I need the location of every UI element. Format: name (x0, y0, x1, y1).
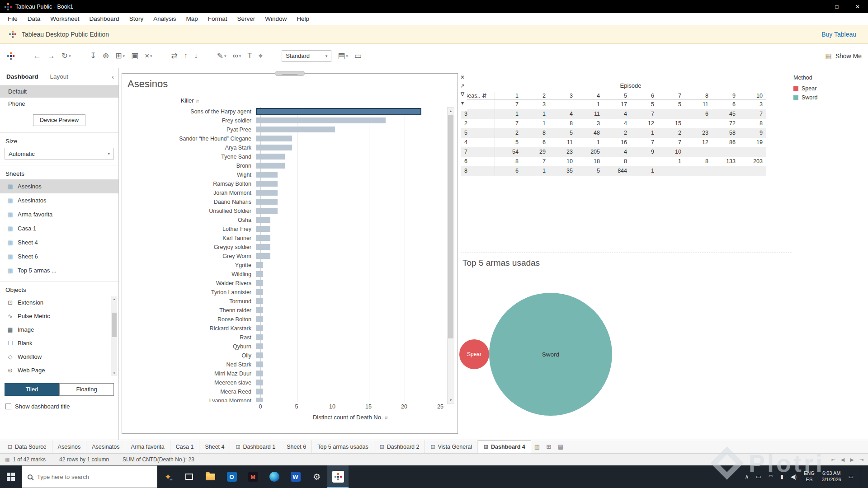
scroll-thumb[interactable] (448, 115, 453, 338)
table-cell[interactable]: 4 (604, 147, 631, 157)
bubble-sword[interactable]: Sword (489, 293, 612, 416)
next-tab-icon[interactable]: ▶ (850, 457, 854, 463)
bar-mark[interactable] (256, 244, 270, 250)
bar-row[interactable]: Tyrion Lannister (122, 288, 440, 297)
scroll-up-icon[interactable]: ▴ (111, 296, 117, 302)
table-cell[interactable]: 11 (576, 109, 604, 119)
sort-ascending-button[interactable]: ↑ (184, 52, 188, 61)
sort-icon[interactable]: ⇵ (385, 416, 388, 420)
menu-help[interactable]: Help (292, 13, 314, 25)
bar-mark[interactable] (256, 127, 335, 132)
collapse-pane-icon[interactable]: ‹ (112, 73, 114, 80)
table-cell[interactable]: 1 (631, 128, 658, 138)
menu-format[interactable]: Format (203, 13, 232, 25)
bar-row[interactable]: Grey Worm (122, 252, 440, 261)
table-cell[interactable]: 205 (576, 147, 604, 157)
menu-story[interactable]: Story (124, 13, 149, 25)
table-cell[interactable]: 11 (549, 138, 576, 147)
tab-dashboard-4[interactable]: ⊞Dashboard 4 (478, 440, 531, 453)
hidden-icons-chevron-icon[interactable]: ∧ (745, 474, 749, 480)
presentation-mode-button[interactable]: ▭ (354, 51, 362, 61)
bar-mark[interactable] (256, 136, 292, 141)
table-cell[interactable] (658, 166, 685, 176)
taskbar-search[interactable] (22, 465, 157, 488)
tab-layout[interactable]: Layout (50, 73, 69, 80)
table-cell[interactable]: 10 (549, 157, 576, 166)
episode-column-header[interactable]: 2 (522, 92, 549, 100)
table-cell[interactable]: 6 (712, 100, 739, 109)
device-default-row[interactable]: Default (0, 85, 118, 98)
object-item-blank[interactable]: ☐Blank (0, 336, 118, 350)
bar-mark[interactable] (256, 117, 386, 123)
table-cell[interactable] (712, 147, 739, 157)
table-cell[interactable]: 11 (685, 100, 712, 109)
sheet-item[interactable]: ▥Asesinatos (0, 193, 118, 207)
episode-column-header[interactable]: 6 (631, 92, 658, 100)
undo-button[interactable]: ← (33, 52, 41, 61)
table-cell[interactable]: 5 (631, 100, 658, 109)
bar-mark[interactable] (256, 371, 263, 376)
table-cell[interactable]: 8 (495, 157, 522, 166)
table-cell[interactable]: 6 (522, 138, 549, 147)
bar-row[interactable]: Meera Reed (122, 387, 440, 396)
chart-vertical-scrollbar[interactable]: ▴ ▾ (447, 107, 454, 404)
new-datasource-button[interactable]: ⊕ (103, 51, 109, 61)
bar-mark[interactable] (256, 361, 263, 367)
table-cell[interactable]: 7 (495, 119, 522, 128)
table-cell[interactable]: 1 (576, 138, 604, 147)
table-cell[interactable]: 16 (604, 138, 631, 147)
fit-dropdown[interactable]: Standard ▾ (282, 50, 331, 62)
table-cell[interactable]: 1 (495, 109, 522, 119)
buy-tableau-link[interactable]: Buy Tableau (821, 31, 856, 38)
replay-button[interactable]: ↻▾ (61, 51, 71, 61)
table-cell[interactable]: 5 (658, 100, 685, 109)
tableau-logo-icon[interactable] (7, 52, 14, 60)
bar-row[interactable]: Jorah Mormont (122, 188, 440, 197)
zone-more-options-icon[interactable]: ▾ (461, 100, 464, 106)
bar-row[interactable]: Mirri Maz Duur (122, 369, 440, 378)
scroll-up-icon[interactable]: ▴ (448, 108, 454, 114)
table-cell[interactable] (549, 100, 576, 109)
duplicate-button[interactable]: ▣ (131, 51, 138, 61)
previous-tab-icon[interactable]: ◀ (841, 457, 844, 463)
table-cell[interactable]: 29 (522, 147, 549, 157)
table-cell[interactable]: 18 (576, 157, 604, 166)
bar-mark[interactable] (256, 235, 270, 241)
battery-icon[interactable]: ▮ (780, 474, 783, 480)
redo-button[interactable]: → (47, 52, 55, 61)
table-cell[interactable]: 9 (739, 128, 766, 138)
bubble-spear[interactable]: Spear (459, 339, 489, 369)
bar-mark[interactable] (256, 208, 278, 214)
m365-button[interactable]: M (242, 465, 264, 488)
table-cell[interactable]: 1 (631, 166, 658, 176)
show-dashboard-title-checkbox[interactable] (5, 404, 11, 409)
bar-mark[interactable] (256, 289, 263, 295)
tab-dashboard-2[interactable]: ⊞Dashboard 2 (374, 440, 425, 453)
use-as-filter-icon[interactable]: ∇ (461, 92, 464, 98)
bar-mark[interactable] (256, 316, 263, 322)
table-cell[interactable]: 5 (576, 166, 604, 176)
table-cell[interactable]: 3 (739, 100, 766, 109)
task-view-button[interactable] (179, 465, 200, 488)
episode-column-header[interactable]: 9 (712, 92, 739, 100)
table-cell[interactable]: 7 (631, 138, 658, 147)
episode-column-header[interactable]: 3 (549, 92, 576, 100)
table-cell[interactable]: 2 (495, 128, 522, 138)
bar-mark[interactable] (256, 334, 263, 340)
bar-mark[interactable] (256, 262, 263, 268)
bar-mark[interactable] (256, 190, 278, 196)
device-phone-row[interactable]: Phone (0, 98, 118, 110)
settings-button[interactable]: ⚙ (306, 465, 327, 488)
tableau-taskbar-button[interactable] (327, 465, 349, 488)
table-cell[interactable]: 4 (604, 109, 631, 119)
bar-mark[interactable] (256, 325, 263, 331)
object-item-workflow[interactable]: ◇Workflow (0, 350, 118, 363)
highlight-button[interactable]: ✎▾ (217, 51, 226, 61)
bar-mark[interactable] (256, 199, 278, 205)
table-cell[interactable]: 1 (522, 109, 549, 119)
table-cell[interactable]: 19 (739, 138, 766, 147)
bar-mark[interactable] (256, 163, 285, 169)
table-cell[interactable]: 203 (739, 157, 766, 166)
bar-row[interactable]: Tormund (122, 297, 440, 306)
menu-analysis[interactable]: Analysis (148, 13, 181, 25)
